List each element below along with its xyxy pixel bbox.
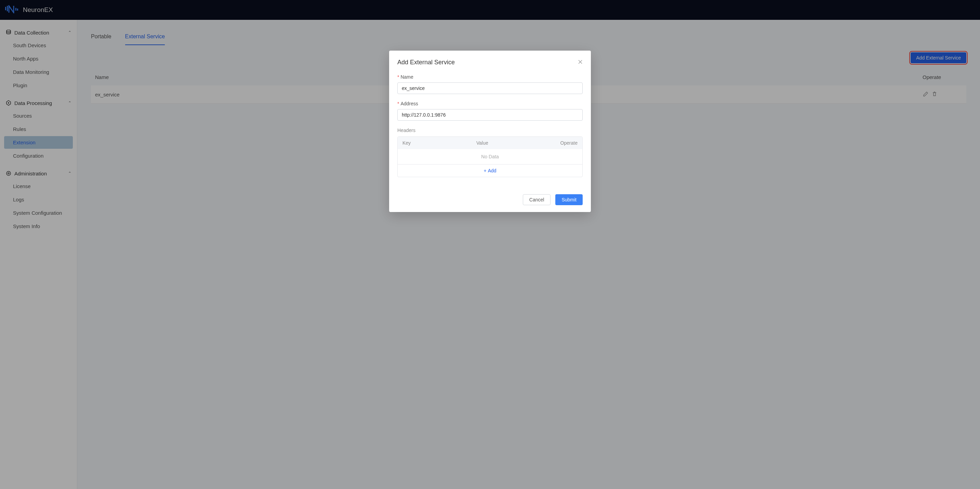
- add-header-button[interactable]: +Add: [398, 164, 582, 177]
- required-star: *: [397, 101, 399, 106]
- headers-col-value: Value: [476, 140, 550, 146]
- close-icon[interactable]: [578, 59, 583, 66]
- submit-button[interactable]: Submit: [555, 194, 583, 205]
- name-label-text: Name: [401, 74, 413, 80]
- headers-label: Headers: [397, 127, 583, 133]
- cancel-button[interactable]: Cancel: [523, 194, 551, 205]
- name-input[interactable]: [397, 83, 583, 94]
- address-label-text: Address: [401, 101, 418, 106]
- address-input[interactable]: [397, 109, 583, 121]
- headers-col-key: Key: [402, 140, 476, 146]
- dialog-title: Add External Service: [397, 59, 455, 66]
- headers-col-operate: Operate: [550, 140, 578, 146]
- headers-table: Key Value Operate No Data +Add: [397, 137, 583, 177]
- plus-icon: +: [484, 168, 486, 174]
- modal-overlay[interactable]: Add External Service *Name *Address Head…: [0, 0, 980, 489]
- add-header-label: Add: [488, 168, 496, 174]
- required-star: *: [397, 74, 399, 80]
- headers-empty-text: No Data: [398, 149, 582, 164]
- address-label: *Address: [397, 101, 583, 106]
- add-external-service-dialog: Add External Service *Name *Address Head…: [389, 51, 591, 212]
- name-label: *Name: [397, 74, 583, 80]
